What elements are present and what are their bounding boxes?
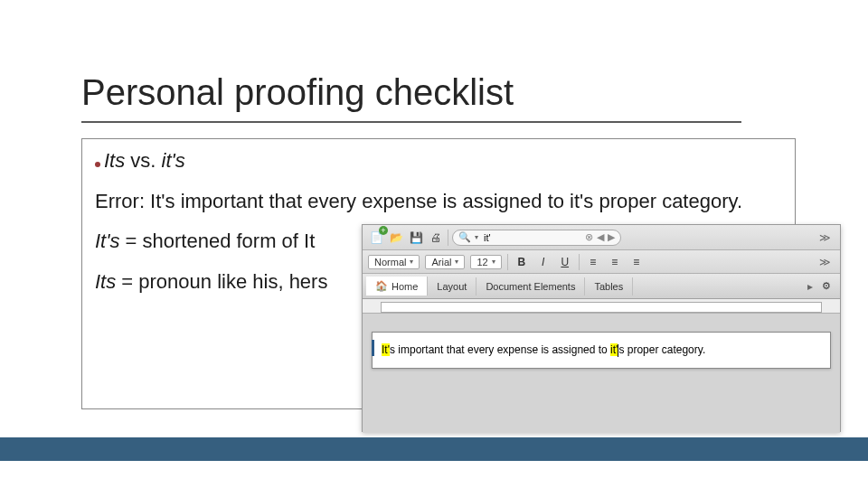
new-doc-icon[interactable]: 📄 — [368, 230, 384, 246]
print-icon[interactable]: 🖨 — [428, 230, 444, 246]
search-prev-icon[interactable]: ◀ — [597, 231, 604, 243]
chevron-down-icon: ▾ — [492, 258, 495, 266]
tab-layout[interactable]: Layout — [428, 277, 476, 296]
toolbar-divider — [579, 254, 580, 270]
font-value: Arial — [431, 257, 451, 267]
style-select[interactable]: Normal▾ — [368, 255, 420, 269]
search-icon: 🔍 — [458, 231, 471, 243]
tab-home[interactable]: 🏠Home — [366, 277, 428, 296]
document-area[interactable]: It's important that every expense is ass… — [363, 314, 840, 433]
bullet-its2-italic: it's — [162, 149, 185, 172]
toolbar-divider — [448, 230, 448, 246]
font-select[interactable]: Arial▾ — [425, 255, 465, 269]
doc-text-1: s important that every expense is assign… — [390, 343, 610, 356]
open-icon[interactable]: 📂 — [388, 230, 404, 246]
margin-marker-icon — [372, 340, 374, 356]
size-value: 12 — [476, 257, 487, 267]
underline-button[interactable]: U — [557, 254, 573, 270]
italic-button[interactable]: I — [535, 254, 552, 270]
def2-rest: = pronoun like his, hers — [116, 270, 327, 293]
search-next-icon[interactable]: ▶ — [608, 231, 615, 243]
word-window: 📄 📂 💾 🖨 🔍▾ ⊗ ◀ ▶ ≫ Normal▾ Arial▾ 12▾ B … — [362, 224, 841, 432]
bold-button[interactable]: B — [514, 254, 530, 270]
expand-toolbar-icon[interactable]: ≫ — [816, 231, 835, 244]
toolbar-divider — [507, 254, 508, 270]
tab-layout-label: Layout — [437, 281, 467, 292]
def1-term: It's — [95, 230, 119, 252]
ribbon-tabs: 🏠Home Layout Document Elements Tables ▸ … — [363, 274, 840, 299]
tab-tables[interactable]: Tables — [585, 277, 633, 296]
highlight-match-1: It' — [382, 343, 390, 356]
bullet-item: Its vs. it's — [95, 148, 782, 174]
bullet-its-italic: Its — [104, 149, 125, 172]
tab-document-elements[interactable]: Document Elements — [476, 277, 585, 296]
align-right-icon[interactable]: ≡ — [628, 254, 645, 270]
style-value: Normal — [374, 257, 406, 267]
chevron-down-icon: ▾ — [455, 258, 458, 266]
standard-toolbar: 📄 📂 💾 🖨 🔍▾ ⊗ ◀ ▶ ≫ — [363, 225, 840, 250]
ribbon-settings-icon[interactable]: ⚙ — [816, 280, 836, 292]
clear-search-icon[interactable]: ⊗ — [585, 231, 593, 243]
search-input[interactable] — [482, 231, 581, 244]
formatting-toolbar: Normal▾ Arial▾ 12▾ B I U ≡ ≡ ≡ ≫ — [363, 250, 840, 274]
ribbon-overflow-icon[interactable]: ▸ — [804, 280, 816, 293]
highlight-match-2: it' — [610, 343, 618, 356]
title-underline — [81, 121, 741, 123]
tab-home-label: Home — [392, 281, 418, 292]
def2-term: Its — [95, 270, 116, 293]
search-box[interactable]: 🔍▾ ⊗ ◀ ▶ — [452, 230, 621, 246]
bullet-vs: vs. — [125, 149, 161, 172]
chevron-down-icon[interactable]: ▾ — [475, 233, 478, 241]
chevron-down-icon: ▾ — [410, 258, 413, 266]
def1-rest: = shortened form of It — [119, 230, 315, 252]
align-center-icon[interactable]: ≡ — [607, 254, 623, 270]
tab-docel-label: Document Elements — [486, 281, 575, 292]
save-icon[interactable]: 💾 — [408, 230, 424, 246]
error-paragraph: Error: It's important that every expense… — [95, 189, 782, 215]
doc-text-2: s proper category. — [618, 343, 705, 356]
home-icon: 🏠 — [375, 280, 388, 292]
slide-title: Personal proofing checklist — [81, 72, 514, 113]
horizontal-ruler[interactable] — [363, 299, 840, 314]
tab-tables-label: Tables — [594, 281, 623, 292]
slide-footer-bar — [0, 437, 868, 461]
document-page: It's important that every expense is ass… — [372, 332, 831, 369]
expand-toolbar-icon[interactable]: ≫ — [816, 256, 835, 268]
bullet-dot-icon — [95, 162, 100, 167]
size-select[interactable]: 12▾ — [470, 255, 501, 269]
align-left-icon[interactable]: ≡ — [585, 254, 601, 270]
